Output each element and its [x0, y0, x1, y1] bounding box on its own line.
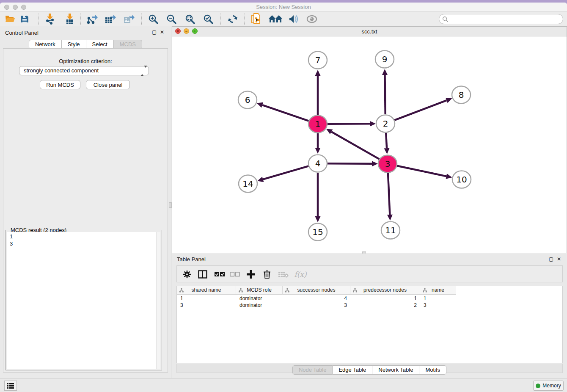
criterion-select[interactable]: strongly connected component [19, 66, 149, 75]
network-window-title: scc.txt [172, 28, 567, 35]
export-image-icon[interactable] [123, 13, 135, 25]
show-column-panel-icon[interactable] [197, 268, 208, 280]
node-label-9: 9 [382, 54, 388, 64]
export-table-icon[interactable] [104, 13, 117, 25]
toolbar-separator [220, 14, 221, 25]
node-label-7: 7 [315, 55, 321, 65]
mcds-tab-content: Optimization criterion: strongly connect… [3, 48, 168, 373]
edge-arrowhead [446, 174, 452, 179]
table-tab-edge-table[interactable]: Edge Table [333, 365, 372, 375]
cell-name[interactable]: 1 [420, 295, 456, 302]
node-label-10: 10 [456, 174, 467, 185]
edge-arrowhead [257, 177, 264, 182]
close-panel-icon[interactable]: ✕ [160, 29, 164, 35]
close-table-panel-icon[interactable]: ✕ [557, 256, 561, 262]
zoom-in-icon[interactable] [147, 13, 160, 25]
network-graph-canvas[interactable]: 7968124314101511 [172, 36, 567, 253]
zoom-fit-icon[interactable] [184, 13, 196, 25]
import-table-icon[interactable] [63, 13, 76, 25]
control-panel-tabs: NetworkStyleSelectMCDS [0, 40, 171, 49]
cell-shared-name[interactable]: 1 [177, 295, 236, 302]
close-panel-button[interactable]: Close panel [86, 80, 130, 89]
export-network-icon[interactable] [86, 13, 99, 25]
show-all-views-icon[interactable] [268, 13, 283, 25]
table-tab-network-table[interactable]: Network Table [372, 365, 419, 375]
column-header-predecessor-nodes[interactable]: predecessor nodes [350, 286, 420, 295]
edge-4-3[interactable] [327, 163, 372, 164]
edge-2-9[interactable] [385, 75, 385, 114]
edge-1-2[interactable] [327, 124, 370, 124]
column-header-MCDS-role[interactable]: MCDS role [236, 286, 283, 295]
zoom-out-icon[interactable] [165, 13, 178, 25]
new-network-from-selection-icon[interactable] [250, 13, 262, 25]
edge-arrowhead [387, 215, 393, 221]
task-history-button[interactable] [4, 381, 17, 391]
edge-3-11[interactable] [388, 173, 390, 215]
cell-MCDS-role[interactable]: dominator [236, 302, 283, 309]
save-session-icon[interactable] [18, 13, 31, 25]
run-mcds-button[interactable]: Run MCDS [40, 80, 80, 89]
tab-network[interactable]: Network [29, 40, 62, 49]
main-toolbar [0, 12, 567, 26]
zoom-selected-icon[interactable] [202, 13, 215, 25]
edge-1-6[interactable] [262, 105, 309, 121]
cell-successor-nodes[interactable]: 4 [283, 295, 350, 302]
apply-layout-icon[interactable] [226, 13, 239, 25]
network-view-window: ✕ − + scc.txt 7968124314101511 [172, 26, 567, 253]
titlebar: Session: New Session [0, 3, 567, 12]
cell-predecessor-nodes[interactable]: 2 [350, 302, 420, 309]
import-network-icon[interactable] [44, 13, 56, 25]
column-header-shared-name[interactable]: shared name [177, 286, 236, 295]
cell-predecessor-nodes[interactable]: 1 [350, 295, 420, 302]
column-header-name[interactable]: name [420, 286, 456, 295]
list-icon [7, 383, 14, 389]
show-graphics-details-icon[interactable] [306, 13, 318, 25]
float-table-panel-icon[interactable]: ▢ [549, 256, 553, 262]
result-scrollbar[interactable] [156, 232, 160, 369]
cell-MCDS-role[interactable]: dominator [236, 295, 283, 302]
float-panel-icon[interactable]: ▢ [152, 29, 157, 35]
node-label-2: 2 [383, 119, 388, 129]
edge-2-8[interactable] [394, 100, 447, 120]
tab-mcds[interactable]: MCDS [114, 40, 142, 49]
open-session-icon[interactable] [4, 13, 17, 25]
tab-select[interactable]: Select [86, 40, 114, 49]
table-row[interactable]: 3dominator323 [177, 302, 456, 309]
select-all-icon[interactable] [214, 268, 225, 280]
delete-column-trash-icon[interactable] [261, 268, 272, 280]
toolbar-separator [244, 14, 245, 25]
table-settings-gear-icon[interactable] [182, 268, 192, 280]
tab-style[interactable]: Style [62, 40, 86, 49]
table-tab-node-table[interactable]: Node Table [292, 365, 333, 375]
mcds-result-text[interactable]: 1 3 [7, 232, 156, 369]
node-table[interactable]: shared nameMCDS rolesuccessor nodesprede… [176, 286, 563, 363]
panel-divider-handle[interactable] [169, 202, 172, 208]
cell-successor-nodes[interactable]: 3 [283, 302, 350, 309]
node-label-3: 3 [385, 159, 391, 169]
edge-2-3[interactable] [386, 133, 387, 148]
edge-arrowhead [315, 148, 321, 154]
deselect-all-icon[interactable] [229, 268, 240, 280]
function-builder-icon: f(x) [292, 268, 309, 280]
cell-shared-name[interactable]: 3 [177, 302, 236, 309]
edge-4-14[interactable] [263, 166, 309, 179]
edge-arrowhead [315, 70, 321, 76]
node-label-6: 6 [245, 95, 250, 105]
main-window: Session: New Session [0, 3, 567, 392]
table-tab-motifs[interactable]: Motifs [419, 365, 446, 375]
edge-3-1[interactable] [331, 132, 380, 159]
hide-graphics-details-icon[interactable] [286, 13, 299, 25]
column-header-successor-nodes[interactable]: successor nodes [283, 286, 350, 295]
search-box [439, 14, 563, 24]
table-row[interactable]: 1dominator411 [177, 295, 456, 302]
memory-label: Memory [542, 383, 561, 389]
memory-button[interactable]: Memory [533, 381, 564, 391]
node-label-4: 4 [315, 158, 321, 168]
delete-table-icon[interactable] [278, 268, 289, 280]
criterion-value: strongly connected component [24, 67, 99, 74]
search-input[interactable] [450, 15, 559, 23]
cell-name[interactable]: 3 [420, 302, 456, 309]
mcds-result-group: MCDS result (2 nodes) 1 3 [6, 230, 162, 370]
edge-3-10[interactable] [397, 166, 446, 177]
create-column-plus-icon[interactable] [245, 268, 256, 280]
